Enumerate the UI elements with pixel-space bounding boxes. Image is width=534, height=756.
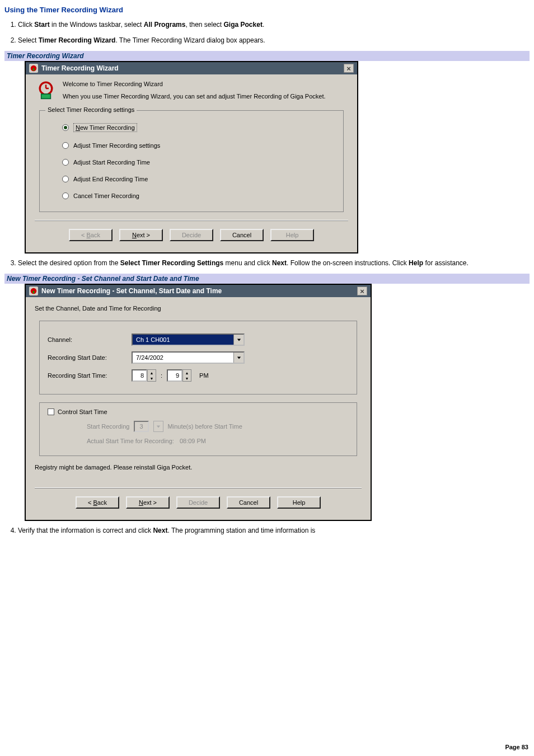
minute-input[interactable] xyxy=(167,369,182,382)
steps-list-2: Select the desired option from the Selec… xyxy=(18,258,530,268)
channel-value: Ch 1 CH001 xyxy=(133,335,233,344)
hour-spinner[interactable]: ▲▼ xyxy=(132,369,156,382)
settings-groupbox: Select Timer Recording settings NNew Tim… xyxy=(39,110,344,212)
radio-adjust-settings[interactable]: Adjust Timer Recording settings xyxy=(62,142,334,149)
svg-marker-9 xyxy=(237,356,240,359)
radio-adjust-end[interactable]: Adjust End Recording Time xyxy=(62,176,334,182)
down-arrow-icon[interactable]: ▼ xyxy=(183,375,191,381)
radio-icon xyxy=(62,142,69,149)
text: . The Timer Recording Wizard dialog box … xyxy=(115,36,265,44)
radio-label: Adjust End Recording Time xyxy=(73,176,148,182)
control-start-checkbox[interactable] xyxy=(48,408,54,415)
control-start-label: Control Start Time xyxy=(58,408,107,415)
start-offset-value: 3 xyxy=(134,421,148,432)
radio-label: Adjust Start Recording Time xyxy=(73,159,150,166)
chevron-down-icon xyxy=(233,353,243,363)
date-value: 7/24/2002 xyxy=(133,353,233,362)
welcome-body: When you use Timer Recording Wizard, you… xyxy=(63,92,326,101)
minute-spinner[interactable]: ▲▼ xyxy=(167,369,191,382)
warning-text: Registry might be damaged. Please reinst… xyxy=(35,464,362,471)
svg-rect-7 xyxy=(33,291,34,293)
svg-marker-8 xyxy=(237,339,240,341)
svg-marker-10 xyxy=(156,425,160,428)
text: menu and click xyxy=(223,259,272,267)
close-icon[interactable]: × xyxy=(344,64,354,73)
bold: Next xyxy=(272,259,287,267)
figure-1: Timer Recording Wizard × Welcome to Time… xyxy=(25,61,530,253)
bold: Giga Pocket xyxy=(224,21,263,29)
titlebar: Timer Recording Wizard × xyxy=(26,62,357,74)
button-row: < Back< Back Next >Next > Decide Cancel … xyxy=(35,227,348,245)
radio-icon xyxy=(62,192,69,199)
help-button[interactable]: Help xyxy=(270,229,314,241)
button-row: < Back< Back Next >Next > Decide Cancel … xyxy=(35,494,362,512)
steps-list: Click Start in the Windows taskbar, sele… xyxy=(18,20,530,45)
help-button[interactable]: Help xyxy=(277,496,321,509)
up-arrow-icon[interactable]: ▲ xyxy=(183,370,191,375)
text: , then select xyxy=(185,21,223,29)
start-offset-unit: Minute(s) before Start Time xyxy=(168,423,242,430)
step-2: Select Timer Recording Wizard. The Timer… xyxy=(18,35,530,45)
text: . xyxy=(263,21,264,29)
start-recording-label: Start Recording xyxy=(87,423,129,430)
figure-1-caption: Timer Recording Wizard xyxy=(4,51,530,61)
text: Select xyxy=(18,36,39,44)
bold: Timer Recording Wizard xyxy=(39,36,116,44)
close-icon[interactable]: × xyxy=(357,287,367,295)
date-label: Recording Start Date: xyxy=(48,354,132,361)
text: in the Windows taskbar, select xyxy=(50,21,144,29)
decide-button[interactable]: Decide xyxy=(170,229,213,241)
section-title: Using the Timer Recording Wizard xyxy=(4,6,530,14)
text: Select the desired option from the xyxy=(18,259,120,267)
radio-label: Cancel Timer Recording xyxy=(73,192,139,199)
bold: Start xyxy=(34,21,49,29)
back-button[interactable]: < Back< Back xyxy=(69,229,113,241)
figure-2: New Timer Recording - Set Channel, Start… xyxy=(25,284,530,521)
divider xyxy=(35,487,362,489)
date-combo[interactable]: 7/24/2002 xyxy=(132,351,245,364)
text: Click xyxy=(18,21,34,29)
new-recording-dialog: New Timer Recording - Set Channel, Start… xyxy=(25,284,372,521)
bold: All Programs xyxy=(144,21,186,29)
dialog-title: New Timer Recording - Set Channel, Start… xyxy=(41,287,357,295)
chevron-down-icon xyxy=(233,335,243,345)
divider xyxy=(35,220,348,221)
bold: Next xyxy=(153,527,167,534)
radio-adjust-start[interactable]: Adjust Start Recording Time xyxy=(62,159,334,166)
svg-rect-5 xyxy=(41,94,51,98)
up-arrow-icon[interactable]: ▲ xyxy=(148,370,156,375)
decide-button[interactable]: Decide xyxy=(176,496,220,509)
radio-icon xyxy=(62,124,69,131)
groupbox-legend: Select Timer Recording settings xyxy=(45,106,137,113)
text: . Follow the on-screen instructions. Cli… xyxy=(287,259,409,267)
bold: Help xyxy=(409,259,423,267)
text: Verify that the information is correct a… xyxy=(18,527,153,534)
app-icon xyxy=(29,287,38,295)
dialog-title: Timer Recording Wizard xyxy=(41,64,344,72)
radio-label: Adjust Timer Recording settings xyxy=(73,142,160,149)
timer-wizard-dialog: Timer Recording Wizard × Welcome to Time… xyxy=(25,61,358,253)
hour-input[interactable] xyxy=(132,369,147,382)
titlebar: New Timer Recording - Set Channel, Start… xyxy=(26,285,371,297)
wizard-icon xyxy=(35,80,57,102)
step-3: Select the desired option from the Selec… xyxy=(18,258,530,268)
time-label: Recording Start Time: xyxy=(48,372,132,379)
radio-cancel-recording[interactable]: Cancel Timer Recording xyxy=(62,192,334,199)
next-button[interactable]: Next >Next > xyxy=(119,229,163,241)
cancel-button[interactable]: Cancel xyxy=(220,229,264,241)
step-1: Click Start in the Windows taskbar, sele… xyxy=(18,20,530,30)
back-button[interactable]: < Back< Back xyxy=(76,496,119,509)
app-icon xyxy=(29,64,38,73)
down-arrow-icon[interactable]: ▼ xyxy=(148,375,156,381)
ampm-label: PM xyxy=(199,372,209,379)
radio-icon xyxy=(62,176,69,182)
instruction-text: Set the Channel, Date and Time for Recor… xyxy=(35,305,362,312)
welcome-heading: Welcome to Timer Recording Wizard xyxy=(63,80,326,89)
channel-combo[interactable]: Ch 1 CH001 xyxy=(132,334,245,346)
next-button[interactable]: Next >Next > xyxy=(126,496,170,509)
actual-start-label: Actual Start Time for Recording: xyxy=(87,438,174,444)
control-start-group: Control Start Time Start Recording 3 Min… xyxy=(39,402,357,456)
cancel-button[interactable]: Cancel xyxy=(227,496,270,509)
actual-start-value: 08:09 PM xyxy=(180,438,206,444)
radio-new-recording[interactable]: NNew Timer Recordingew Timer Recording xyxy=(62,123,334,132)
